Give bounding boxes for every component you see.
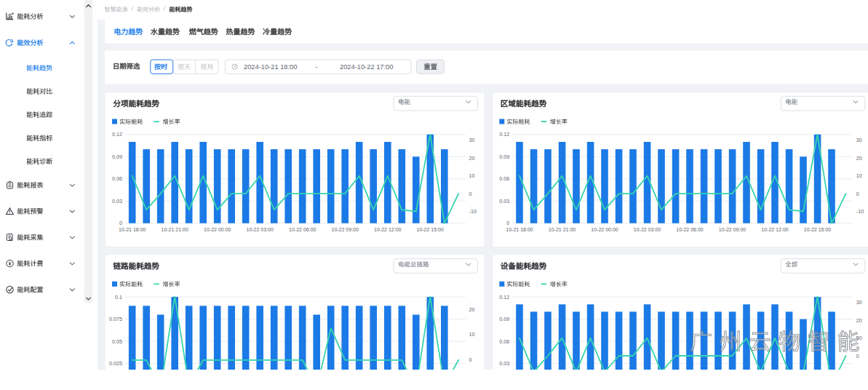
svg-text:30: 30 [856, 137, 862, 143]
svg-text:0.12: 0.12 [499, 131, 509, 138]
svg-text:2024-10-21 18:00: 2024-10-21 18:00 [244, 63, 297, 71]
svg-text:10-22 00:00: 10-22 00:00 [591, 227, 618, 232]
svg-text:20: 20 [469, 306, 475, 313]
svg-text:0.075: 0.075 [109, 316, 122, 322]
svg-text:0.1: 0.1 [115, 294, 122, 301]
svg-text:0: 0 [856, 191, 859, 197]
svg-text:-10: -10 [469, 208, 477, 215]
svg-text:10-22 12:00: 10-22 12:00 [374, 227, 401, 232]
svg-text:10-22 06:00: 10-22 06:00 [676, 227, 703, 232]
svg-text:0: 0 [856, 353, 859, 359]
svg-text:0.025: 0.025 [109, 360, 122, 367]
svg-text:0.12: 0.12 [499, 294, 509, 301]
svg-text:10-22 12:00: 10-22 12:00 [761, 227, 788, 232]
svg-text:10-22 15:00: 10-22 15:00 [417, 227, 444, 232]
svg-text:30: 30 [856, 299, 862, 306]
svg-text:10: 10 [469, 172, 475, 179]
svg-text:30: 30 [469, 137, 475, 143]
svg-text:10: 10 [856, 172, 862, 179]
svg-text:10-22 00:00: 10-22 00:00 [204, 227, 231, 232]
svg-text:-: - [316, 63, 318, 71]
svg-text:10-22 03:00: 10-22 03:00 [247, 227, 274, 232]
svg-text:10-21 18:00: 10-21 18:00 [119, 227, 146, 232]
svg-text:10-21 18:00: 10-21 18:00 [506, 227, 533, 232]
svg-text:0.03: 0.03 [499, 198, 509, 204]
svg-text:0.03: 0.03 [499, 360, 509, 367]
svg-text:-10: -10 [856, 208, 864, 215]
svg-text:0.09: 0.09 [112, 154, 122, 160]
svg-text:10-22 03:00: 10-22 03:00 [634, 227, 661, 232]
svg-text:0: 0 [469, 357, 472, 363]
svg-text:0.06: 0.06 [112, 175, 122, 182]
svg-text:0.09: 0.09 [499, 316, 509, 322]
svg-text:20: 20 [469, 155, 475, 162]
svg-text:20: 20 [856, 317, 862, 324]
svg-text:2024-10-22 17:00: 2024-10-22 17:00 [340, 63, 393, 71]
svg-text:10-22 09:00: 10-22 09:00 [332, 227, 359, 232]
svg-text:10-21 21:00: 10-21 21:00 [162, 227, 188, 232]
svg-text:0: 0 [119, 220, 122, 226]
svg-text:0.06: 0.06 [499, 175, 509, 182]
svg-text:10-22 06:00: 10-22 06:00 [289, 227, 316, 232]
svg-text:0.06: 0.06 [499, 338, 509, 345]
svg-text:20: 20 [856, 155, 862, 162]
svg-text:0.09: 0.09 [499, 154, 509, 160]
svg-text:10-22 15:00: 10-22 15:00 [804, 227, 831, 232]
svg-text:0.03: 0.03 [112, 198, 122, 204]
svg-text:10: 10 [469, 331, 475, 338]
svg-text:0: 0 [469, 191, 472, 197]
svg-text:10-22 09:00: 10-22 09:00 [719, 227, 746, 232]
svg-text:10-21 21:00: 10-21 21:00 [549, 227, 576, 232]
svg-text:0: 0 [506, 220, 509, 226]
svg-text:0.12: 0.12 [112, 131, 122, 138]
svg-text:0.05: 0.05 [112, 338, 122, 345]
